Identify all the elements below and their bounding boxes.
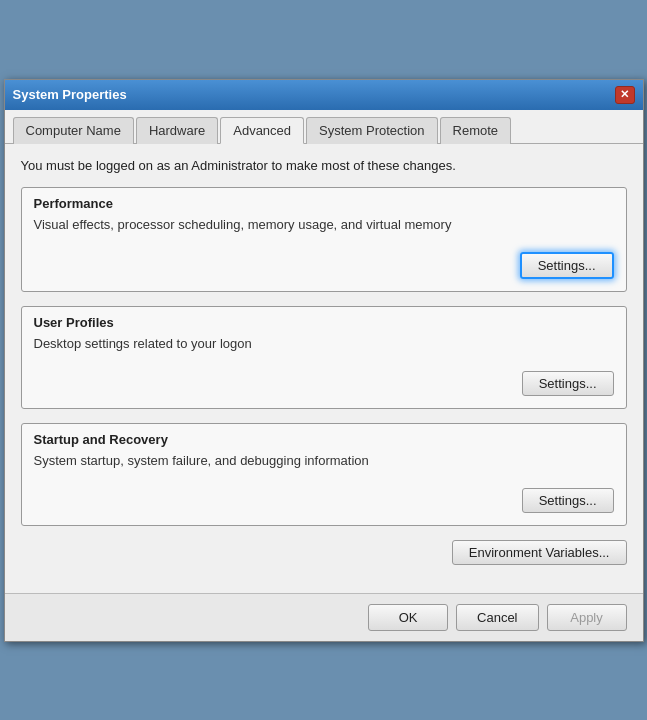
cancel-button[interactable]: Cancel: [456, 604, 538, 631]
close-button[interactable]: ✕: [615, 86, 635, 104]
tab-hardware[interactable]: Hardware: [136, 117, 218, 144]
tab-computer-name[interactable]: Computer Name: [13, 117, 134, 144]
startup-recovery-label: Startup and Recovery: [34, 432, 614, 447]
tab-remote[interactable]: Remote: [440, 117, 512, 144]
dialog-footer: OK Cancel Apply: [5, 593, 643, 641]
environment-variables-button[interactable]: Environment Variables...: [452, 540, 627, 565]
tab-system-protection[interactable]: System Protection: [306, 117, 438, 144]
performance-description: Visual effects, processor scheduling, me…: [34, 217, 614, 232]
ok-button[interactable]: OK: [368, 604, 448, 631]
info-message: You must be logged on as an Administrato…: [21, 158, 627, 173]
performance-label: Performance: [34, 196, 614, 211]
performance-settings-button[interactable]: Settings...: [520, 252, 614, 279]
title-bar: System Properties ✕: [5, 80, 643, 110]
tab-advanced[interactable]: Advanced: [220, 117, 304, 144]
startup-recovery-description: System startup, system failure, and debu…: [34, 453, 614, 468]
tab-bar: Computer Name Hardware Advanced System P…: [5, 110, 643, 144]
performance-group: Performance Visual effects, processor sc…: [21, 187, 627, 292]
user-profiles-group: User Profiles Desktop settings related t…: [21, 306, 627, 409]
user-profiles-settings-button[interactable]: Settings...: [522, 371, 614, 396]
env-variables-row: Environment Variables...: [21, 540, 627, 565]
dialog-title: System Properties: [13, 87, 127, 102]
user-profiles-label: User Profiles: [34, 315, 614, 330]
startup-recovery-group: Startup and Recovery System startup, sys…: [21, 423, 627, 526]
system-properties-dialog: System Properties ✕ Computer Name Hardwa…: [4, 79, 644, 642]
user-profiles-description: Desktop settings related to your logon: [34, 336, 614, 351]
startup-recovery-settings-button[interactable]: Settings...: [522, 488, 614, 513]
tab-content: You must be logged on as an Administrato…: [5, 144, 643, 593]
apply-button[interactable]: Apply: [547, 604, 627, 631]
